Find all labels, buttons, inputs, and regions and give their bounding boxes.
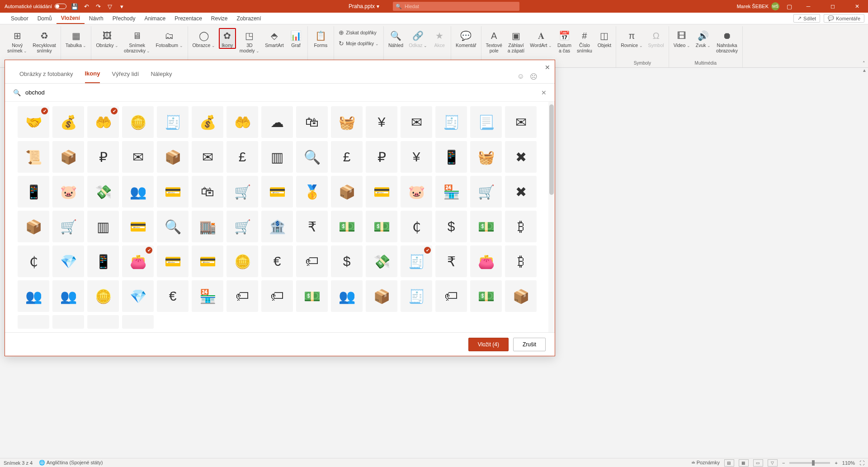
share-button[interactable]: ↗Sdílet	[793, 14, 820, 23]
icon-cell[interactable]: ₽	[366, 141, 397, 173]
chart-button[interactable]: 📊Graf	[288, 28, 305, 49]
menu-tab-návrh[interactable]: Návrh	[85, 13, 108, 24]
icon-cell[interactable]: 👥	[122, 176, 154, 208]
icon-cell[interactable]: ✉	[401, 106, 432, 138]
icon-cell[interactable]: ✉	[192, 141, 223, 173]
icon-cell[interactable]: $	[331, 245, 363, 277]
autosave-toggle[interactable]: Automatické ukládání	[5, 4, 66, 9]
icon-cell[interactable]: £	[226, 141, 258, 173]
icon-cell[interactable]: 📜	[18, 141, 49, 173]
icon-cell[interactable]: 👛	[122, 245, 154, 277]
collapse-ribbon-icon[interactable]: ˄	[863, 61, 865, 66]
icon-cell[interactable]: 🪙	[87, 280, 119, 312]
icon-cell[interactable]: ¥	[401, 141, 432, 173]
icon-cell[interactable]: 🧾	[401, 245, 432, 277]
icon-cell[interactable]: 💳	[261, 176, 293, 208]
icon-cell[interactable]: ₵	[401, 211, 432, 242]
icon-cell[interactable]: 🐷	[401, 176, 432, 208]
comment-button[interactable]: 💬Komentář	[454, 28, 478, 49]
icon-cell[interactable]: 🛒	[52, 211, 84, 242]
slide-number-button[interactable]: #Číslo snímku	[575, 28, 594, 54]
clear-search-icon[interactable]: ✕	[541, 89, 547, 96]
panel-tab-obrázky-z-fotobanky[interactable]: Obrázky z fotobanky	[19, 71, 73, 83]
icon-cell[interactable]: ✉	[122, 141, 154, 173]
sorter-view-icon[interactable]: ▦	[739, 459, 749, 467]
notes-button[interactable]: ≐ Poznámky	[691, 460, 720, 466]
date-time-button[interactable]: 📅Datum a čas	[556, 28, 573, 54]
panel-tab-ikony[interactable]: Ikony	[85, 70, 100, 83]
icon-cell[interactable]: 💳	[157, 176, 189, 208]
icon-cell[interactable]: 🧾	[401, 280, 432, 312]
icon-cell[interactable]: ✉	[505, 106, 537, 138]
icon-cell[interactable]: 🤲	[87, 106, 119, 138]
icon-cell[interactable]: 👥	[331, 280, 363, 312]
icon-cell[interactable]: $	[435, 211, 467, 242]
icon-cell[interactable]: 📦	[366, 280, 397, 312]
undo-icon[interactable]: ↶	[83, 3, 90, 10]
icon-cell[interactable]: 📦	[157, 141, 189, 173]
icon-cell[interactable]	[122, 315, 154, 329]
icon-cell[interactable]: £	[331, 141, 363, 173]
new-slide-button[interactable]: ⊞Nový snímek	[5, 28, 29, 54]
frown-icon[interactable]: ☹	[530, 72, 538, 81]
icon-cell[interactable]: ☁	[261, 106, 293, 138]
search-input[interactable]	[405, 4, 517, 9]
slideshow-view-icon[interactable]: ▽	[768, 459, 778, 467]
icon-cell[interactable]: 📦	[331, 176, 363, 208]
icon-cell[interactable]: 🔍	[157, 211, 189, 242]
menu-tab-zobrazení[interactable]: Zobrazení	[232, 13, 266, 24]
icon-cell[interactable]: 💰	[192, 106, 223, 138]
icon-cell[interactable]: ¥	[366, 106, 397, 138]
menu-tab-vložení[interactable]: Vložení	[57, 13, 85, 24]
fit-window-icon[interactable]: ⛶	[859, 460, 864, 466]
textbox-button[interactable]: ATextové pole	[484, 28, 504, 54]
icon-cell[interactable]: 💰	[52, 106, 84, 138]
screenshot-button[interactable]: 🖥Snímek obrazovky	[122, 28, 152, 54]
icon-cell[interactable]: 💎	[52, 245, 84, 277]
file-name[interactable]: Praha.pptx▾	[349, 3, 379, 9]
menu-tab-soubor[interactable]: Soubor	[6, 13, 33, 24]
3d-models-button[interactable]: ◳3D modely	[238, 28, 261, 54]
icon-cell[interactable]: €	[157, 280, 189, 312]
present-icon[interactable]: ▽	[106, 3, 113, 10]
icon-cell[interactable]: 💵	[470, 211, 502, 242]
forms-button[interactable]: 📋Forms	[312, 28, 329, 49]
icon-cell[interactable]	[18, 315, 49, 329]
icon-cell[interactable]: 🔍	[296, 141, 328, 173]
icon-cell[interactable]: ₹	[435, 245, 467, 277]
menu-tab-domů[interactable]: Domů	[33, 13, 57, 24]
icon-cell[interactable]	[87, 315, 119, 329]
icon-cell[interactable]: 💸	[366, 245, 397, 277]
minimize-button[interactable]: ─	[799, 0, 817, 13]
maximize-button[interactable]: ◻	[824, 0, 842, 13]
icon-cell[interactable]: ₿	[505, 211, 537, 242]
icon-cell[interactable]: 📱	[435, 141, 467, 173]
icon-cell[interactable]: 🏷	[296, 245, 328, 277]
zoom-button[interactable]: 🔍Náhled	[387, 28, 405, 49]
icon-cell[interactable]: 🏷	[226, 280, 258, 312]
ribbon-mode-icon[interactable]: ▢	[786, 3, 793, 10]
icon-cell[interactable]: 🐷	[52, 176, 84, 208]
reading-view-icon[interactable]: ▭	[753, 459, 763, 467]
icon-cell[interactable]: ✖	[505, 176, 537, 208]
panel-scrollbar[interactable]	[548, 102, 555, 332]
panel-search-input[interactable]	[24, 87, 538, 98]
icon-cell[interactable]: ₵	[18, 245, 49, 277]
icon-cell[interactable]: 🏦	[261, 211, 293, 242]
zoom-level[interactable]: 110%	[842, 460, 855, 466]
icon-cell[interactable]: 🛒	[226, 211, 258, 242]
smartart-button[interactable]: ⬘SmartArt	[263, 28, 285, 49]
icon-cell[interactable]: 💳	[157, 245, 189, 277]
icon-cell[interactable]: 💸	[87, 176, 119, 208]
language-indicator[interactable]: 🌐 Angličtina (Spojené státy)	[39, 460, 103, 466]
icon-cell[interactable]: 💵	[296, 280, 328, 312]
icon-cell[interactable]: 💵	[366, 211, 397, 242]
comments-button[interactable]: 💬Komentáře	[824, 14, 864, 23]
icon-cell[interactable]: 💳	[366, 176, 397, 208]
my-addins-button[interactable]: ↻Moje doplňky	[337, 39, 381, 48]
video-button[interactable]: 🎞Video	[672, 28, 692, 49]
icon-cell[interactable]: 🪙	[226, 245, 258, 277]
account-button[interactable]: Marek ŠEBEK MŠ	[737, 2, 779, 10]
icon-cell[interactable]: €	[261, 245, 293, 277]
icon-cell[interactable]: 📦	[18, 211, 49, 242]
